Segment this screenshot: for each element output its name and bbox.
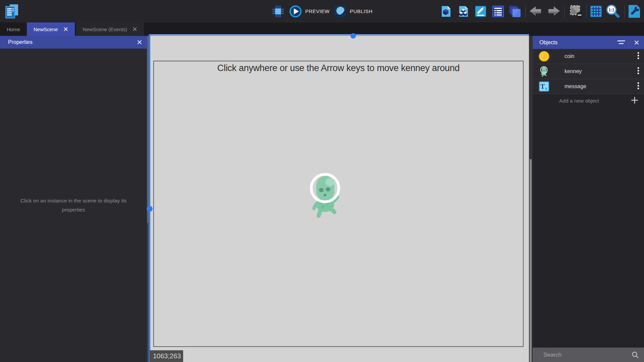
toolbar-divider [564,5,565,17]
object-name: kenney [565,68,637,74]
magnifier-1-1-icon: 1:1 [605,4,621,19]
open-settings-icon[interactable] [627,4,642,18]
coin-icon [538,51,550,62]
preview-label: PREVIEW [305,8,330,14]
svg-text:x: x [545,86,547,90]
preview-icon[interactable] [288,4,303,18]
zoom-1-1-icon[interactable]: 1:1 [604,4,622,18]
pencil-icon [474,5,487,18]
add-object-button[interactable]: Add a new object [533,94,644,108]
undo-arrow-icon [528,5,543,18]
editor-tabbar: Home NewScene NewScene (Events) [0,22,644,36]
tab-newscene-events[interactable]: NewScene (Events) [76,22,144,36]
selection-minus-icon [568,4,584,19]
object-row-coin[interactable]: coin [533,49,644,64]
tab-home[interactable]: Home [0,22,27,36]
selection-border-left [149,34,150,362]
svg-text:1:1: 1:1 [608,8,614,12]
grid-icon [590,5,602,18]
redo-arrow-icon [546,5,561,18]
main-toolbar: PREVIEW PUBLISH [0,0,644,22]
tab-label: NewScene [34,26,58,32]
scene-objects-icon[interactable] [439,4,453,18]
redo-icon[interactable] [546,4,561,18]
objects-panel-title: Objects [539,40,557,46]
search-icon [631,351,639,359]
kenney-character-sprite [306,169,345,220]
deselect-instances-icon[interactable] [568,4,584,18]
selection-handle-top[interactable] [351,33,356,39]
toolbar-divider [586,5,587,17]
properties-panel: Properties Click on an instance in the s… [0,36,147,362]
list-rows-icon [492,5,504,18]
tab-label: NewScene (Events) [83,26,127,32]
stacked-squares-icon [508,5,522,18]
scene-instruction-text: Click anywhere or use the Arrow keys to … [154,63,523,73]
close-properties-icon[interactable] [137,40,142,45]
layers-list-icon[interactable] [491,4,505,18]
objects-search-bar [533,348,644,362]
kenney-instance[interactable] [306,169,345,220]
selection-handle-left[interactable] [147,206,153,212]
add-object-label: Add a new object [559,98,631,104]
publish-icon[interactable] [333,4,347,18]
page-cubes-icon [457,5,470,18]
filter-objects-icon[interactable] [617,40,625,45]
globe-icon [333,5,347,18]
publish-button[interactable]: PUBLISH [350,0,373,22]
scrollbar-thumb[interactable] [530,159,532,362]
edit-scene-icon[interactable] [474,4,488,18]
kenney-icon [538,65,550,77]
properties-empty-message: Click on an instance in the scene to dis… [0,196,147,214]
object-menu-icon[interactable] [637,52,639,61]
properties-panel-title: Properties [8,39,33,45]
instances-list-icon[interactable] [456,4,470,18]
debug-icon[interactable] [271,4,285,18]
plus-icon [631,96,639,106]
preview-button[interactable]: PREVIEW [305,0,330,22]
gdevelop-window: PREVIEW PUBLISH [0,0,644,362]
close-tab-icon[interactable] [63,27,68,32]
toolbar-divider [525,5,526,17]
object-name: message [565,83,637,89]
close-tab-icon[interactable] [132,27,137,32]
object-row-kenney[interactable]: kenney [533,64,644,79]
canvas-vertical-scrollbar[interactable] [529,36,533,362]
page-cube-icon [439,5,452,18]
tab-newscene[interactable]: NewScene [27,22,75,36]
toolbar-divider [625,5,625,17]
project-manager-icon[interactable] [4,3,19,19]
properties-panel-header: Properties [0,36,147,49]
stacked-documents-icon [4,3,19,19]
publish-label: PUBLISH [350,8,373,14]
text-object-icon: T x [538,81,550,92]
objects-panel: Objects coin [533,36,644,362]
object-menu-icon[interactable] [637,82,639,91]
objects-panel-header: Objects [533,36,644,49]
selection-border-top [150,34,529,36]
object-name: coin [565,53,637,59]
object-menu-icon[interactable] [637,67,639,76]
close-objects-icon[interactable] [634,40,639,45]
chip-bug-icon [271,5,285,18]
toggle-grid-icon[interactable] [589,4,603,18]
layers-icon[interactable] [508,4,522,18]
play-circle-icon [289,5,302,18]
undo-icon[interactable] [528,4,543,18]
object-row-message[interactable]: T x message [533,79,644,94]
svg-text:T: T [540,83,545,90]
cursor-coordinates-badge: 1063;263 [150,350,183,362]
tab-label: Home [7,26,20,32]
scene-editor-canvas[interactable]: Click anywhere or use the Arrow keys to … [150,36,529,362]
search-input[interactable] [533,352,631,358]
wrench-page-icon [627,4,642,19]
